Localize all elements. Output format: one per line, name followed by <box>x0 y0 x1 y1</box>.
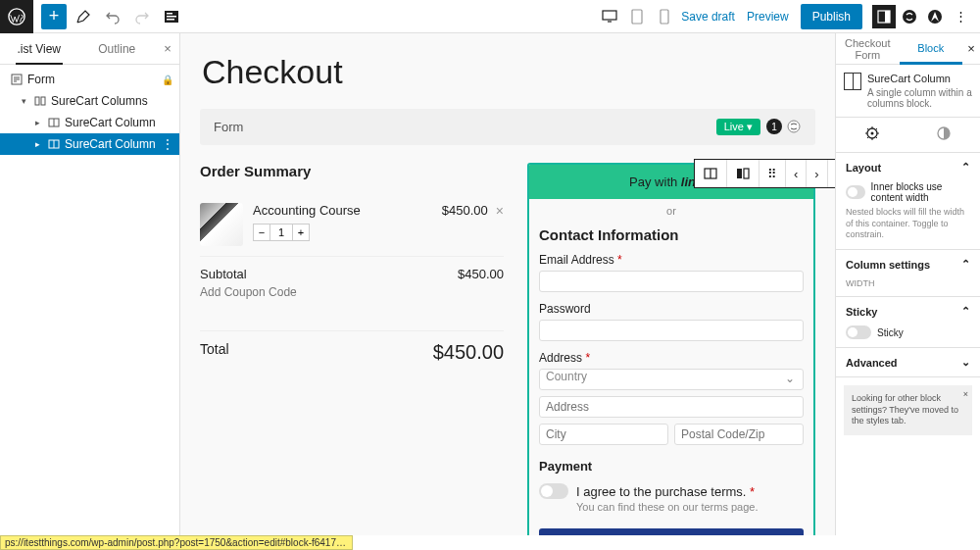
sticky-panel: Sticky⌃ Sticky <box>836 297 980 348</box>
tree-node-options-icon[interactable]: ⋮ <box>162 137 173 151</box>
inner-width-help: Nested blocks will fill the width of thi… <box>846 207 970 241</box>
tree-node-columns[interactable]: ▾ SureCart Columns <box>0 90 179 112</box>
form-block-header[interactable]: Form Live ▾ 1 <box>200 109 815 145</box>
lock-icon: 🔒 <box>162 75 173 85</box>
qty-increase-button[interactable]: + <box>292 224 310 241</box>
document-overview-icon[interactable] <box>159 4 184 29</box>
undo-icon[interactable] <box>100 4 125 29</box>
align-icon[interactable] <box>828 160 835 187</box>
address-field[interactable] <box>539 396 804 418</box>
block-card: SureCart Column A single column within a… <box>836 65 980 118</box>
checkout-form-column[interactable]: Pay with link ⟫ or Contact Information E… <box>527 163 815 535</box>
edit-mode-icon[interactable] <box>71 4 96 29</box>
desktop-preview-icon[interactable] <box>599 6 620 27</box>
password-label: Password <box>539 302 804 316</box>
redo-icon[interactable] <box>129 4 155 29</box>
tab-outline[interactable]: Outline <box>78 33 157 64</box>
inner-width-toggle[interactable] <box>846 185 865 199</box>
tree-node-form[interactable]: Form 🔒 <box>0 69 179 90</box>
tree-label: SureCart Column <box>65 137 156 151</box>
advanced-panel-header[interactable]: Advanced⌄ <box>846 356 970 369</box>
settings-mode-icon[interactable] <box>864 125 880 144</box>
drag-handle-icon[interactable]: ⠿ <box>760 160 786 187</box>
cart-count-badge: 1 <box>766 119 782 134</box>
tab-list-view[interactable]: .ist View <box>0 33 78 64</box>
country-select[interactable]: Country <box>539 369 804 390</box>
tab-block[interactable]: Block <box>900 34 963 65</box>
chevron-right-icon: ▸ <box>31 139 43 149</box>
surecart-badge-icon <box>786 119 802 134</box>
inspector-mode-tabs <box>836 118 980 153</box>
remove-item-icon[interactable]: × <box>496 203 504 219</box>
form-label: Form <box>214 120 243 134</box>
page-title[interactable]: Checkout <box>200 45 815 109</box>
svg-rect-3 <box>167 16 176 18</box>
layout-panel-header[interactable]: Layout⌃ <box>846 161 970 174</box>
move-right-icon[interactable]: › <box>807 160 827 187</box>
form-icon <box>10 73 24 86</box>
agree-toggle[interactable] <box>539 483 568 499</box>
qty-decrease-button[interactable]: − <box>253 224 270 241</box>
add-coupon-link[interactable]: Add Coupon Code <box>200 285 504 299</box>
inner-width-label: Inner blocks use content width <box>871 181 970 203</box>
subtotal-label: Subtotal <box>200 267 247 281</box>
svg-rect-4 <box>167 19 174 21</box>
svg-point-10 <box>903 10 916 24</box>
postal-field[interactable] <box>674 424 804 445</box>
close-list-view-icon[interactable]: × <box>156 41 179 56</box>
astra-icon[interactable] <box>923 5 947 28</box>
svg-rect-22 <box>737 169 742 178</box>
svg-rect-2 <box>167 13 172 15</box>
save-draft-button[interactable]: Save draft <box>681 10 735 24</box>
column-icon <box>47 137 61 151</box>
surecart-icon[interactable] <box>898 5 921 28</box>
total-label: Total <box>200 341 229 364</box>
svg-rect-7 <box>661 10 668 24</box>
move-left-icon[interactable]: ‹ <box>786 160 807 187</box>
tree-node-column-2[interactable]: ▸ SureCart Column ⋮ <box>0 133 179 155</box>
checkout-columns: Order Summary Accounting Course − + $450… <box>200 145 815 535</box>
add-block-button[interactable]: + <box>41 4 67 29</box>
or-divider: or <box>529 199 813 223</box>
settings-panel-toggle[interactable] <box>872 5 896 28</box>
block-description: A single column within a columns block. <box>867 87 972 109</box>
tree-node-column-1[interactable]: ▸ SureCart Column <box>0 112 179 133</box>
dismiss-notice-icon[interactable]: × <box>963 389 968 401</box>
publish-button[interactable]: Publish <box>801 4 862 29</box>
agree-label: I agree to the purchase terms. * <box>576 484 755 499</box>
block-type-icon[interactable] <box>695 160 727 187</box>
tree-label: Form <box>27 73 55 86</box>
order-summary-column[interactable]: Order Summary Accounting Course − + $450… <box>200 163 504 535</box>
column-settings-header[interactable]: Column settings⌃ <box>846 258 970 271</box>
width-label: WIDTH <box>846 278 970 288</box>
purchase-button[interactable]: 🔒 Purchase $450.00 <box>539 528 804 535</box>
more-options-icon[interactable]: ⋮ <box>949 5 972 28</box>
svg-rect-6 <box>632 10 642 24</box>
list-view-sidebar: .ist View Outline × Form 🔒 ▾ SureCart Co… <box>0 33 180 535</box>
mobile-preview-icon[interactable] <box>654 6 675 27</box>
wp-logo[interactable] <box>0 0 33 33</box>
svg-rect-14 <box>41 97 45 105</box>
svg-rect-13 <box>35 97 39 105</box>
styles-tab-notice: Looking for other block settings? They'v… <box>844 385 972 435</box>
email-field[interactable] <box>539 271 804 292</box>
quantity-stepper: − + <box>253 224 361 241</box>
sticky-panel-header[interactable]: Sticky⌃ <box>846 305 970 318</box>
block-title: SureCart Column <box>867 73 972 84</box>
close-inspector-icon[interactable]: × <box>962 41 980 56</box>
product-name: Accounting Course <box>253 203 361 218</box>
live-badge[interactable]: Live ▾ <box>716 119 760 135</box>
block-parent-icon[interactable] <box>727 160 760 187</box>
city-field[interactable] <box>539 424 668 445</box>
item-price: $450.00 <box>442 203 488 218</box>
tablet-preview-icon[interactable] <box>626 6 648 27</box>
tab-checkout-form[interactable]: Checkout Form <box>836 33 900 64</box>
advanced-panel: Advanced⌄ <box>836 348 980 377</box>
sticky-toggle[interactable] <box>846 325 871 339</box>
password-field[interactable] <box>539 320 804 341</box>
styles-mode-icon[interactable] <box>936 125 952 144</box>
chevron-right-icon: ▸ <box>31 118 43 127</box>
qty-input[interactable] <box>270 224 292 241</box>
preview-button[interactable]: Preview <box>747 10 789 24</box>
order-item-row: Accounting Course − + $450.00 × <box>200 193 504 257</box>
